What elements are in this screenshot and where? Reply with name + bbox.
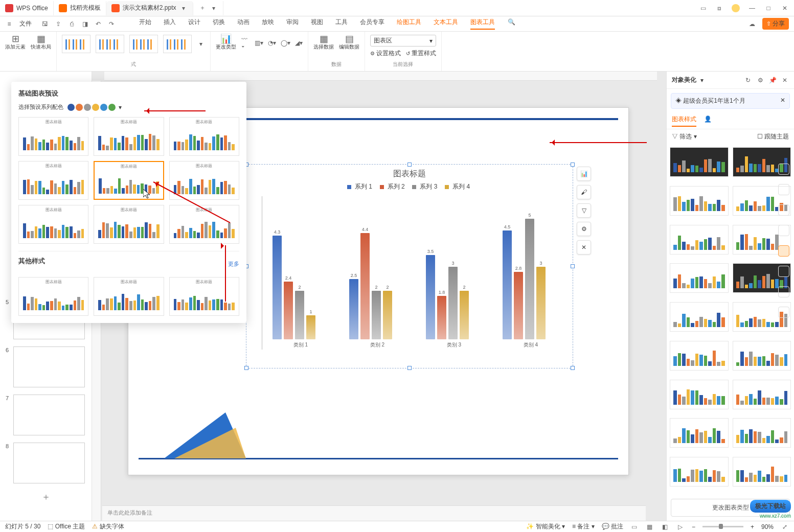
fit-icon[interactable]: ⤢ [781, 523, 789, 531]
view-play-icon[interactable]: ▷ [676, 523, 685, 531]
rail-icon[interactable] [778, 266, 789, 277]
edit-data-button[interactable]: ▤编辑数据 [339, 35, 359, 51]
menu-icon[interactable]: ≡ [5, 20, 13, 28]
follow-theme-checkbox[interactable]: ☐ 跟随主题 [757, 132, 789, 141]
refresh-icon[interactable]: ↻ [744, 76, 752, 84]
tab-animation[interactable]: 动画 [237, 18, 249, 30]
chart-area-dropdown[interactable]: 图表区▾ [370, 35, 436, 47]
chart-preset[interactable]: 图表标题 [18, 161, 88, 200]
cube-icon[interactable]: ⧈ [715, 4, 723, 12]
missing-font[interactable]: ⚠ 缺失字体 [92, 522, 124, 531]
rail-icon[interactable] [778, 225, 789, 236]
close-icon[interactable]: ✕ [781, 4, 789, 12]
minimize-icon[interactable]: — [748, 4, 756, 12]
style-card[interactable] [670, 225, 729, 255]
notes-area[interactable]: 单击此处添加备注 [102, 505, 646, 521]
close-icon[interactable]: ✕ [780, 97, 785, 105]
style-card[interactable] [670, 380, 729, 409]
tab-review[interactable]: 审阅 [286, 18, 299, 30]
chart-preset[interactable]: 图表标题 [169, 205, 239, 244]
change-type-button[interactable]: 📊更改类型 [216, 35, 236, 51]
tab-chart[interactable]: 图表工具 [470, 18, 495, 30]
tab-start[interactable]: 开始 [139, 18, 151, 30]
filter-button[interactable]: ▽ 筛选 ▾ [672, 132, 697, 141]
chart-preset[interactable]: 图表标题 [18, 117, 88, 156]
tab-play[interactable]: 放映 [262, 18, 274, 30]
style-card[interactable] [670, 302, 729, 332]
slide-thumb[interactable]: 6 [13, 346, 85, 387]
more-link[interactable]: 更多 [228, 260, 239, 268]
print-icon[interactable]: ⎙ [67, 20, 76, 28]
set-format-button[interactable]: ⚙ 设置格式 [370, 49, 401, 58]
tab-text[interactable]: 文本工具 [434, 18, 458, 30]
chart-tool-wrench-icon[interactable]: ✕ [577, 240, 591, 255]
app-tab[interactable]: WPS Office [0, 1, 54, 15]
chart-style-thumb[interactable] [163, 35, 192, 53]
chart-preset[interactable]: 图表标题 [94, 117, 164, 156]
select-data-button[interactable]: ▦选择数据 [313, 35, 334, 51]
chart-preset[interactable]: 图表标题 [169, 161, 239, 200]
resize-handle[interactable] [244, 366, 248, 370]
slide-thumb[interactable]: 8 [13, 443, 85, 483]
chevron-down-icon[interactable]: ▾ [119, 104, 122, 111]
zoom-slider[interactable] [702, 526, 743, 527]
comments-button[interactable]: 💬 批注 [602, 522, 623, 531]
user-avatar[interactable] [732, 4, 740, 12]
undo-icon[interactable]: ↶ [94, 20, 102, 28]
chart-style-thumb[interactable] [62, 35, 90, 53]
menu-file[interactable]: 文件 [16, 18, 35, 29]
style-card[interactable] [733, 457, 791, 487]
style-card[interactable] [670, 418, 729, 448]
export-icon[interactable]: ⇪ [54, 20, 62, 28]
chart-tool-brush-icon[interactable]: 🖌 [577, 185, 591, 199]
area-type-icon[interactable]: ◢▾ [294, 39, 303, 47]
style-card[interactable] [670, 186, 729, 216]
chart-style-thumb[interactable] [129, 35, 158, 53]
rail-icon[interactable] [778, 204, 789, 216]
rail-icon[interactable] [778, 164, 789, 175]
zoom-out-button[interactable]: − [692, 523, 695, 530]
search-icon[interactable]: 🔍 [507, 18, 515, 26]
view-sorter-icon[interactable]: ▦ [646, 523, 654, 531]
add-slide-button[interactable]: ＋ [4, 491, 87, 503]
resize-handle[interactable] [407, 163, 412, 167]
view-normal-icon[interactable]: ▭ [630, 523, 639, 531]
more-styles-icon[interactable]: ▾ [197, 40, 205, 48]
gear-icon[interactable]: ⚙ [756, 76, 764, 84]
resize-handle[interactable] [571, 163, 575, 167]
rail-icon[interactable] [778, 307, 789, 318]
tab-chart-style[interactable]: 图表样式 [672, 115, 696, 127]
rail-icon[interactable] [778, 184, 789, 195]
tab-draw[interactable]: 绘图工具 [397, 18, 421, 30]
window-icon[interactable]: ▭ [699, 4, 707, 12]
zoom-in-button[interactable]: + [751, 523, 754, 530]
slide-thumb[interactable]: 7 [13, 395, 85, 435]
reset-style-button[interactable]: ↺ 重置样式 [406, 49, 436, 58]
view-reading-icon[interactable]: ◧ [661, 523, 669, 531]
style-card[interactable] [670, 341, 729, 371]
style-card[interactable] [670, 263, 729, 293]
style-card[interactable] [670, 147, 729, 177]
add-element-button[interactable]: ⊞添加元素 [5, 35, 26, 51]
style-card[interactable] [733, 380, 791, 409]
chart[interactable]: 📊 🖌 ▽ ⚙ ✕ 图表标题 系列 1 系列 2 系列 3 系列 4 4.32.… [246, 164, 573, 368]
chart-style-thumb[interactable] [96, 35, 124, 53]
style-card[interactable] [733, 341, 791, 371]
resize-handle[interactable] [571, 366, 575, 370]
tab-view[interactable]: 视图 [311, 18, 323, 30]
chart-preset[interactable]: 图表标题 [94, 205, 164, 244]
vip-banner[interactable]: ◈ 超级会员买1年送1个月✕ [671, 93, 790, 109]
color-dot[interactable] [67, 104, 75, 111]
style-card[interactable] [733, 418, 791, 448]
color-dot[interactable] [92, 104, 99, 111]
color-dot[interactable] [100, 104, 107, 111]
chart-preset[interactable]: 图表标题 [169, 117, 239, 156]
rail-icon-active[interactable] [778, 245, 789, 257]
chart-tool-filter-icon[interactable]: ▽ [577, 203, 591, 218]
resize-handle[interactable] [571, 264, 575, 268]
maximize-icon[interactable]: □ [764, 4, 773, 12]
rail-icon[interactable] [778, 286, 789, 297]
color-dot[interactable] [76, 104, 83, 111]
tab-design[interactable]: 设计 [188, 18, 200, 30]
color-dot[interactable] [84, 104, 91, 111]
